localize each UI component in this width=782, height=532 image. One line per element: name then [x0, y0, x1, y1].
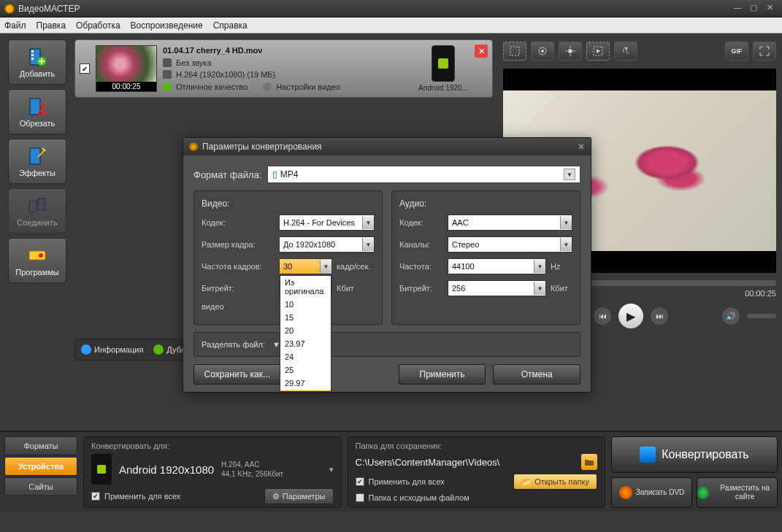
fps-option[interactable]: 24: [280, 350, 331, 363]
fps-option[interactable]: 10: [280, 298, 331, 311]
menu-process[interactable]: Обработка: [76, 20, 120, 31]
folder-icon: 📂: [521, 477, 532, 487]
apply-button[interactable]: Применить: [399, 364, 486, 385]
speaker-icon: [163, 58, 172, 67]
file-thumbnail: 00:00:25: [96, 45, 157, 92]
video-group: Видео: Кодек: H.264 - For Devices▼ Разме…: [193, 190, 383, 325]
fps-option-selected[interactable]: 30: [280, 390, 331, 392]
fullscreen-icon[interactable]: [753, 42, 776, 61]
brightness-icon[interactable]: [559, 42, 582, 61]
v-fps-select[interactable]: 30▼ Из оригинала 10 15 20 23.97 24 25 29…: [279, 258, 332, 274]
video-header: Видео:: [202, 198, 375, 209]
minimize-button[interactable]: —: [729, 3, 745, 15]
format-tabs: Форматы Устройства Сайты: [4, 436, 77, 508]
fps-option[interactable]: 20: [280, 324, 331, 337]
convert-button[interactable]: Конвертировать: [611, 436, 778, 473]
convert-for-label: Конвертировать для:: [91, 442, 334, 450]
file-remove-button[interactable]: ✕: [475, 45, 488, 58]
a-freq-select[interactable]: 44100▼: [448, 258, 546, 274]
tab-formats[interactable]: Форматы: [4, 436, 77, 455]
convert-params-dialog: Параметры конвертирования ✕ Формат файла…: [183, 137, 591, 393]
prev-button[interactable]: ⏮: [594, 307, 611, 325]
fps-option[interactable]: 15: [280, 311, 331, 324]
close-window-button[interactable]: ✕: [762, 3, 778, 15]
format-label: Формат файла:: [193, 169, 261, 180]
open-folder-button[interactable]: 📂Открыть папку: [513, 474, 597, 490]
svg-rect-3: [31, 58, 34, 60]
motion-icon[interactable]: [614, 42, 637, 61]
file-checkbox[interactable]: ✔: [80, 63, 90, 74]
format-select[interactable]: ▯ MP4 ▼: [267, 166, 580, 183]
tab-devices[interactable]: Устройства: [4, 457, 77, 476]
info-button[interactable]: Информация: [81, 344, 143, 355]
time-total: 00:00:25: [745, 289, 776, 298]
sidebar-add[interactable]: Добавить: [8, 39, 66, 85]
a-codec-select[interactable]: AAC▼: [448, 215, 572, 231]
sidebar-join[interactable]: Соединить: [8, 188, 66, 234]
browse-folder-button[interactable]: [581, 454, 597, 470]
next-button[interactable]: ⏭: [651, 307, 668, 325]
fps-dropdown: Из оригинала 10 15 20 23.97 24 25 29.97 …: [280, 275, 331, 392]
menu-edit[interactable]: Правка: [37, 20, 66, 31]
crop-icon[interactable]: [503, 42, 526, 61]
file-item[interactable]: ✔ 00:00:25 01.04.17 cherry_4 HD.mov Без …: [74, 39, 493, 98]
save-folder-label: Папка для сохранения:: [356, 442, 598, 450]
film-scissors-icon: [27, 96, 47, 117]
profile-selector[interactable]: Android 1920x1080 H.264, AAC 44,1 KHz, 2…: [91, 454, 334, 485]
menu-playback[interactable]: Воспроизведение: [131, 20, 203, 31]
svg-rect-9: [29, 201, 37, 212]
file-target-label: Android 1920...: [418, 84, 468, 92]
a-br-select[interactable]: 256▼: [448, 280, 546, 296]
svg-point-27: [568, 49, 572, 53]
speed-icon[interactable]: [586, 42, 610, 61]
v-size-select[interactable]: До 1920x1080▼: [279, 236, 375, 252]
menu-file[interactable]: Файл: [4, 20, 26, 31]
target-icon[interactable]: [531, 42, 554, 61]
file-settings-link[interactable]: Настройки видео: [276, 81, 340, 93]
sidebar-effects[interactable]: Эффекты: [8, 139, 66, 184]
dialog-title: Параметры конвертирования: [202, 142, 322, 152]
menu-help[interactable]: Справка: [213, 20, 248, 31]
svg-rect-24: [510, 47, 519, 55]
svg-rect-2: [31, 54, 34, 56]
audio-header: Аудио:: [399, 198, 572, 209]
src-folder-label: Папка с исходным файлом: [369, 493, 469, 502]
dvd-button[interactable]: Записать DVD: [611, 477, 692, 508]
sidebar-cut[interactable]: Обрезать: [8, 89, 66, 134]
gif-button[interactable]: GIF: [725, 42, 748, 61]
convert-icon: [640, 447, 656, 463]
action-column: Конвертировать Записать DVD Разместить н…: [611, 436, 778, 508]
file-target: Android 1920...: [418, 45, 469, 92]
params-button[interactable]: ⚙Параметры: [264, 488, 334, 504]
save-folder-pane: Папка для сохранения: C:\Users\ContentMa…: [348, 436, 606, 508]
save-as-button[interactable]: Сохранить как...: [193, 364, 281, 385]
apply-all-label-2: Применить для всех: [369, 477, 445, 486]
fps-option[interactable]: 23.97: [280, 337, 331, 350]
fps-option[interactable]: 25: [280, 363, 331, 377]
a-ch-select[interactable]: Стерео▼: [448, 236, 572, 252]
file-quality: Отличное качество: [176, 81, 248, 93]
apply-all-check-2[interactable]: ✔: [356, 477, 364, 486]
volume-button[interactable]: 🔊: [722, 307, 740, 325]
dialog-close-button[interactable]: ✕: [578, 142, 585, 152]
fps-option[interactable]: 29.97: [280, 377, 331, 390]
cancel-button[interactable]: Отмена: [493, 364, 580, 385]
titlebar: ВидеоМАСТЕР — ▢ ✕: [0, 0, 782, 18]
fps-option[interactable]: Из оригинала: [280, 276, 331, 298]
apply-all-check-1[interactable]: ✔: [91, 492, 100, 501]
v-codec-select[interactable]: H.264 - For Devices▼: [279, 215, 375, 231]
dialog-titlebar: Параметры конвертирования ✕: [183, 138, 591, 155]
profile-sub2: 44,1 KHz, 256Кбит: [221, 469, 283, 479]
a-codec-label: Кодек:: [399, 218, 443, 227]
volume-slider[interactable]: [747, 314, 776, 318]
src-folder-check[interactable]: [356, 493, 364, 502]
a-br-label: Битрейт:: [399, 284, 443, 293]
save-path: C:\Users\ContentManager\Videos\: [356, 457, 500, 468]
tab-sites[interactable]: Сайты: [4, 477, 77, 496]
gear-icon: [263, 82, 272, 91]
upload-button[interactable]: Разместить на сайте: [697, 477, 778, 508]
maximize-button[interactable]: ▢: [745, 3, 762, 15]
film-join-icon: [27, 196, 47, 216]
play-button[interactable]: ▶: [618, 304, 643, 328]
sidebar-programs[interactable]: Программы: [8, 238, 66, 283]
